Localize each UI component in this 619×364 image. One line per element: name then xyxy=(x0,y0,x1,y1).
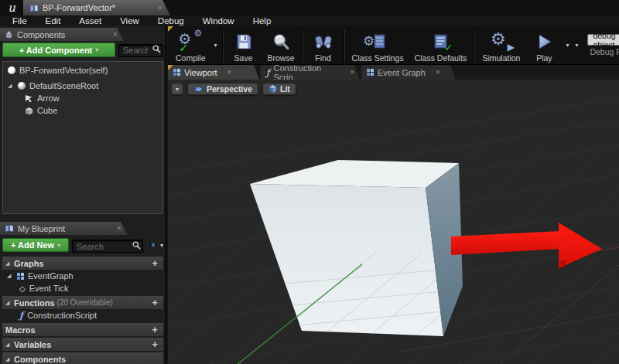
chevron-down-icon: ▾ xyxy=(176,86,179,93)
compile-icon: ⚙ ⚙ ✓ xyxy=(177,30,203,53)
compile-options-dropdown[interactable]: ▾ xyxy=(211,42,221,49)
variables-header-label: Variables xyxy=(14,340,51,349)
toolbar-separator xyxy=(344,29,345,63)
blueprint-book-icon xyxy=(29,4,39,12)
asset-document-tab[interactable]: BP-ForwardVector* × xyxy=(23,0,170,15)
visibility-filter[interactable]: ▾ xyxy=(146,241,163,249)
menu-debug[interactable]: Debug xyxy=(149,16,193,26)
perspective-button[interactable]: Perspective xyxy=(187,83,258,95)
event-tick-label: Event Tick xyxy=(29,284,69,293)
functions-overridable-note: (20 Overridable) xyxy=(57,298,113,307)
viewport-options-button[interactable]: ▾ xyxy=(171,83,183,95)
components-search xyxy=(118,43,163,56)
tree-row-cube[interactable]: Cube xyxy=(3,104,162,117)
arrow-component-icon xyxy=(25,94,33,103)
lit-label: Lit xyxy=(280,84,290,94)
expander-icon[interactable]: ◢ xyxy=(5,300,12,306)
play-button[interactable]: Play xyxy=(525,28,563,63)
expander-icon[interactable]: ◢ xyxy=(7,273,13,279)
magnifier-icon xyxy=(272,32,290,51)
debug-filter-label: Debug Filter xyxy=(590,47,619,56)
close-icon[interactable]: × xyxy=(158,4,162,12)
menu-bar: File Edit Asset View Debug Window Help xyxy=(0,15,619,26)
my-blueprint-panel-tab[interactable]: My Blueprint × xyxy=(0,222,128,235)
my-blueprint-search xyxy=(72,239,143,252)
add-graph-button[interactable]: + xyxy=(149,257,160,269)
gear-icon: ⚙ xyxy=(193,29,202,38)
menu-help[interactable]: Help xyxy=(244,16,281,26)
constructionscript-label: ConstructionScript xyxy=(27,311,97,320)
function-icon: ƒ xyxy=(19,310,23,321)
lit-mode-button[interactable]: Lit xyxy=(262,83,296,95)
browse-label: Browse xyxy=(268,53,295,63)
tree-row-label: Arrow xyxy=(37,94,60,103)
tree-row-arrow[interactable]: Arrow xyxy=(3,92,162,104)
components-section-header[interactable]: ◢ Components xyxy=(2,352,163,364)
debug-options-dropdown[interactable]: ▾ xyxy=(572,42,581,49)
close-icon[interactable]: × xyxy=(350,69,354,77)
tree-row-defaultsceneroot[interactable]: ◢ DefaultSceneRoot xyxy=(3,80,162,92)
simulation-button[interactable]: ⚙ ▶ Simulation xyxy=(477,28,525,63)
class-settings-button[interactable]: ⚙ Class Settings xyxy=(347,28,409,63)
tab-event-graph-label: Event Graph xyxy=(378,68,426,77)
graph-icon xyxy=(17,273,24,280)
add-macro-button[interactable]: + xyxy=(149,324,160,335)
main-area: ⚙ ⚙ ✓ Compile ▾ Save xyxy=(168,26,619,364)
class-defaults-label: Class Defaults xyxy=(415,53,467,63)
tab-event-graph[interactable]: Event Graph × xyxy=(361,65,456,80)
blueprint-toolbar: ⚙ ⚙ ✓ Compile ▾ Save xyxy=(168,26,619,65)
menu-asset[interactable]: Asset xyxy=(70,16,111,26)
save-button[interactable]: Save xyxy=(225,28,262,63)
functions-section-header[interactable]: ◢ Functions (20 Overridable) + xyxy=(2,296,163,309)
browse-button[interactable]: Browse xyxy=(262,28,300,63)
add-component-button[interactable]: + Add Component ▾ xyxy=(2,43,115,57)
add-new-button[interactable]: + Add New ▾ xyxy=(2,238,69,252)
sphere-icon xyxy=(18,82,26,90)
class-defaults-button[interactable]: ✓ Class Defaults xyxy=(409,28,473,63)
simulation-label: Simulation xyxy=(482,53,520,63)
eventgraph-row[interactable]: ◢ EventGraph xyxy=(2,270,163,282)
play-options-dropdown[interactable]: ▾ xyxy=(563,42,572,49)
menu-file[interactable]: File xyxy=(3,16,36,26)
expander-icon[interactable]: ◢ xyxy=(5,342,12,348)
tab-construction-script[interactable]: ƒ Construction Scrip × xyxy=(261,65,360,80)
close-icon[interactable]: × xyxy=(117,224,121,233)
tab-construction-label: Construction Scrip xyxy=(273,63,340,82)
binoculars-icon xyxy=(313,32,333,51)
expander-icon[interactable]: ◢ xyxy=(5,260,12,267)
blueprint-book-icon xyxy=(5,224,14,233)
components-header-label: Components xyxy=(14,355,66,364)
compile-label: Compile xyxy=(176,53,206,63)
graphs-section-header[interactable]: ◢ Graphs + xyxy=(2,257,163,270)
my-blueprint-toolbar: + Add New ▾ ▾ xyxy=(2,236,163,253)
expander-icon[interactable]: ◢ xyxy=(5,356,12,362)
components-panel-tab[interactable]: Components × xyxy=(0,28,124,41)
tree-row-label: DefaultSceneRoot xyxy=(29,81,98,90)
macros-section-header[interactable]: Macros + xyxy=(2,323,163,336)
menu-view[interactable]: View xyxy=(111,16,149,26)
sphere-icon xyxy=(8,66,15,74)
expander-icon[interactable]: ◢ xyxy=(8,83,14,89)
tree-row-self[interactable]: BP-ForwardVector(self) xyxy=(3,64,162,77)
compile-button[interactable]: ⚙ ⚙ ✓ Compile xyxy=(170,28,211,63)
viewport-3d-canvas[interactable]: ▾ Perspective Lit xyxy=(168,80,619,364)
close-icon[interactable]: × xyxy=(113,30,118,39)
components-tree: BP-ForwardVector(self) ◢ DefaultSceneRoo… xyxy=(2,61,163,214)
chevron-down-icon: ▾ xyxy=(95,46,98,53)
constructionscript-row[interactable]: ƒ ConstructionScript xyxy=(2,309,163,321)
tab-viewport[interactable]: Viewport × xyxy=(168,65,259,80)
menu-window[interactable]: Window xyxy=(193,16,244,26)
menu-edit[interactable]: Edit xyxy=(36,16,70,26)
close-icon[interactable]: × xyxy=(227,69,232,77)
event-tick-row[interactable]: ◇ Event Tick xyxy=(2,282,163,294)
add-function-button[interactable]: + xyxy=(149,297,160,308)
variables-section-header[interactable]: ◢ Variables + xyxy=(2,338,163,351)
search-icon xyxy=(152,45,161,53)
unreal-blueprint-editor: u BP-ForwardVector* × File Edit Asset Vi… xyxy=(0,0,619,364)
document-tabs: Viewport × ƒ Construction Scrip × Event … xyxy=(168,65,619,80)
debug-object-select[interactable]: No debug object selected ▾ xyxy=(587,34,619,46)
close-icon[interactable]: × xyxy=(436,69,440,77)
find-button[interactable]: Find xyxy=(305,28,342,63)
active-tab-marker xyxy=(168,65,173,70)
add-variable-button[interactable]: + xyxy=(149,338,160,350)
